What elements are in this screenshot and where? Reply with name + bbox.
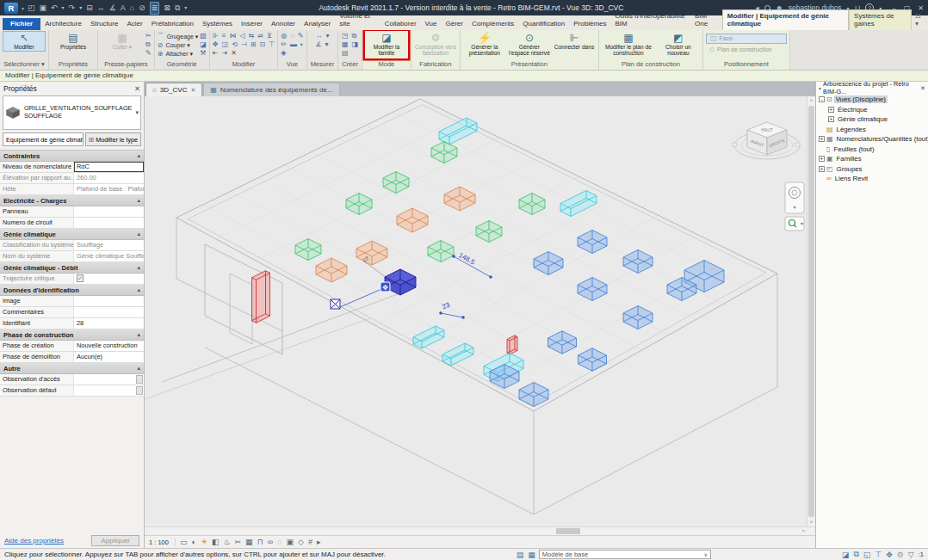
green-grille-box[interactable] [476,221,502,243]
browser-item-nomenclatures-quantit-s-t[interactable]: +▦Nomenclatures/Quantités (tout) [816,134,928,145]
expand-icon[interactable]: + [819,136,825,142]
section-pin-icon[interactable]: ▴ [137,365,140,372]
properties-button[interactable]: ▤Propriétés [52,31,95,52]
reveal-constraints-icon[interactable]: # [308,538,312,546]
property-value[interactable]: Aucun(e) [74,352,144,362]
measure-dd2-icon[interactable]: ▾ [325,41,329,48]
properties-close-icon[interactable]: ✕ [134,84,140,93]
mirror-draw-icon[interactable]: ◁ [240,33,245,40]
ribbon-tab-structure[interactable]: Structure [86,18,122,30]
scroll-up-icon[interactable]: ˄ [807,96,815,105]
override-icon[interactable]: ✎ [298,33,304,40]
qat-customize-icon[interactable]: ▾ [184,3,187,14]
delete-icon[interactable]: ✕ [231,50,237,57]
property-value[interactable] [74,218,144,228]
ribbon-tab-g-rer[interactable]: Gérer [442,18,467,30]
design-option-dropdown[interactable]: Modèle de base ∨ [539,550,711,559]
ribbon-panel-label-measure[interactable]: Mesurer [307,60,338,70]
type-selector[interactable]: GRILLE_VENTILATION_SOUFFLAGE SOUFFLAGE ▾ [3,95,141,130]
create-group-icon[interactable]: ⧉ [352,33,357,40]
ribbon-tab-acier[interactable]: Acier [122,18,146,30]
copy-icon[interactable]: ⧉ [145,41,152,48]
create-similar-icon[interactable]: ◳ [342,33,349,40]
open-icon[interactable]: ◰ [28,3,35,14]
displace-elements-icon[interactable]: ◈ [281,50,286,57]
browser-item-feuilles-tout-[interactable]: ▯Feuilles (tout) [816,145,928,155]
ribbon-tab-modifier-equipement-de-g-nie-c[interactable]: Modifier | Equipement de génie climatiqu… [722,9,849,30]
scroll-right-icon[interactable]: > [801,528,805,533]
property-value[interactable] [74,385,144,396]
pick-new-plane-button[interactable]: ◩Choisir un nouveau [657,31,700,58]
orange-grille-box[interactable] [444,187,475,211]
create-parts-icon[interactable]: ◨ [352,41,359,48]
ribbon-tab-analyser[interactable]: Analyser [300,18,335,30]
generate-placeholder-button[interactable]: ⊙Générer l'espace réservé [508,31,551,58]
browser-item-g-nie-climatique[interactable]: +Génie climatique [816,114,928,125]
property-value[interactable]: Soufflage [74,240,144,250]
property-value[interactable] [74,374,144,385]
move-control-icon[interactable]: ✥ [380,282,390,292]
undo-dropdown-icon[interactable]: ▾ [62,3,65,14]
search-icon[interactable] [764,5,770,11]
checkbox-icon[interactable]: ✓ [77,274,84,282]
dim-icon[interactable]: ▪ [300,41,303,48]
apply-button[interactable]: Appliquer [91,535,139,546]
property-value[interactable]: ✓ [74,274,144,284]
ribbon-tab-bim-one[interactable]: BIM One [690,10,722,30]
detail-level-icon[interactable]: ▭ [180,538,188,546]
trim-icon[interactable]: ⊣ [241,41,247,48]
cyan-grille-box[interactable] [442,343,473,366]
undo-icon[interactable]: ↶ [51,3,58,14]
drag-on-selection-icon[interactable]: ✥ [886,551,893,559]
measure-dd-icon[interactable]: ▾ [325,33,329,40]
background-processes-icon[interactable]: ⚙ [897,551,904,559]
dimension-value[interactable]: 148.5 [457,251,476,267]
property-more-button[interactable] [136,386,143,395]
expand-icon[interactable]: + [819,156,825,162]
blue-grille-box[interactable] [548,331,577,354]
blue-grille-box[interactable] [534,252,563,275]
browser-item-vues-discipline-[interactable]: -⊡Vues (Discipline) [816,95,928,105]
ribbon-tab--[interactable]: ⊡ ▾ [912,10,928,30]
orange-grille-box[interactable] [397,208,428,232]
ribbon-tab-probl-mes[interactable]: Problèmes [569,18,610,30]
offset-icon[interactable]: ≡ [222,33,226,40]
dimension-value[interactable]: 23 [441,301,451,311]
section-pin-icon[interactable]: ▴ [137,264,140,271]
expand-icon[interactable]: + [828,116,834,122]
linework-icon[interactable]: ✏ [281,41,287,48]
category-filter-dropdown[interactable]: Equipement de génie climatiq ∨ [3,132,84,146]
print-icon[interactable]: ⊟ [86,3,93,14]
orange-grille-box[interactable] [356,241,387,265]
selection-filter-icon[interactable]: ▽ [908,551,914,559]
measure-angle-icon[interactable]: ∡ [315,41,321,48]
workplane-placement-option[interactable]: ◇Plan de construction [706,46,787,54]
ribbon-panel-label-modify[interactable]: Modifier [210,60,277,70]
reveal-hidden-icon[interactable]: ◌ [277,538,281,546]
section-pin-icon[interactable]: ▴ [137,152,140,159]
demolish-icon[interactable]: ⚒ [200,50,207,57]
collapse-icon[interactable]: - [819,96,825,102]
scroll-down-icon[interactable]: ˅ [807,518,815,526]
scale-icon[interactable]: ⊡ [260,41,266,48]
property-value[interactable]: 28 [74,318,144,329]
section-pin-icon[interactable]: ▴ [137,331,140,338]
switch-windows-icon[interactable]: ⧉ [175,3,180,14]
hide-icon[interactable]: ◌ [290,33,294,40]
rotate-icon[interactable]: ⟲ [232,41,238,48]
ribbon-tab-outils-d-interop-rabilit-bim[interactable]: Outils d'interopérabilité BIM [611,10,691,30]
editable-only-icon[interactable]: ◪ [842,551,850,559]
ribbon-tab-pr-fabrication[interactable]: Préfabrication [147,18,198,30]
property-value[interactable]: 260.00 [74,173,144,183]
ribbon-tab-compl-ments[interactable]: Compléments [467,18,518,30]
property-section-header[interactable]: Génie climatique▴ [0,229,144,240]
property-section-header[interactable]: Phase de construction▴ [0,329,144,341]
shadows-icon[interactable]: ◧ [212,538,220,546]
displaced-elements-icon[interactable]: ◇ [298,538,304,546]
logo-dropdown-icon[interactable]: ▾ [22,5,24,11]
expand-icon[interactable]: + [828,107,834,113]
property-section-header[interactable]: Génie climatique - Débit▴ [0,262,144,274]
ribbon-tab-quantification[interactable]: Quantification [518,18,569,30]
design-options-icon[interactable]: ▦ [528,551,535,559]
array-icon[interactable]: ⊞ [251,41,257,48]
